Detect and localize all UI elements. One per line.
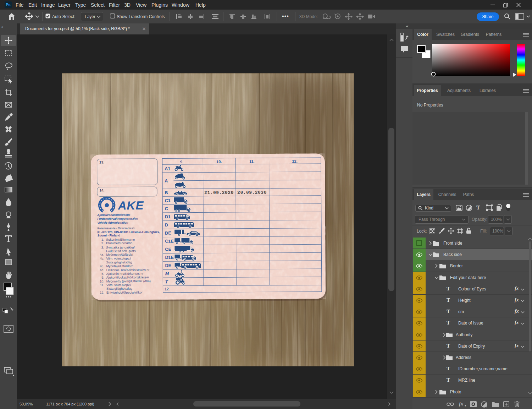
svg-text:D1E: D1E xyxy=(165,255,173,260)
svg-text:9.: 9. xyxy=(180,160,183,164)
svg-text:BE: BE xyxy=(165,231,171,236)
svg-text:12.: 12. xyxy=(100,291,104,294)
svg-text:9.: 9. xyxy=(101,276,104,279)
svg-text:M: M xyxy=(165,271,169,276)
svg-text:10.: 10. xyxy=(100,280,104,283)
svg-text:11.: 11. xyxy=(100,283,104,287)
svg-text:Hallinnoll. nro/Administrativt: Hallinnoll. nro/Administrativt nr xyxy=(106,268,150,272)
svg-text:21.09.2020: 21.09.2020 xyxy=(204,190,234,195)
svg-text:Ajokorttiluokat/Körkortsklasse: Ajokorttiluokat/Körkortsklasser xyxy=(106,276,149,279)
svg-text:Födelsetid och -plats: Födelsetid och -plats xyxy=(106,249,136,253)
svg-text:Vehicle Administration: Vehicle Administration xyxy=(97,221,128,224)
svg-text:A: A xyxy=(165,178,168,183)
svg-text:4d.: 4d. xyxy=(100,268,104,272)
svg-text:12.: 12. xyxy=(292,159,297,163)
svg-text:D: D xyxy=(165,223,168,228)
svg-text:Myönnetty/Utfärdat: Myönnetty/Utfärdat xyxy=(106,253,133,256)
svg-text:A1: A1 xyxy=(165,166,170,171)
svg-text:3.: 3. xyxy=(101,246,104,249)
svg-text:1.: 1. xyxy=(101,238,104,241)
svg-text:14.: 14. xyxy=(99,189,104,192)
svg-text:Suomi - Finland: Suomi - Finland xyxy=(98,234,121,237)
svg-text:13.: 13. xyxy=(99,160,104,164)
svg-text:2.: 2. xyxy=(101,241,104,245)
svg-text:DE: DE xyxy=(165,263,171,268)
svg-text:Erityisehdot/Specialvillkor: Erityisehdot/Specialvillkor xyxy=(106,291,143,295)
svg-text:12.: 12. xyxy=(165,287,170,291)
svg-text:B: B xyxy=(165,190,168,195)
svg-text:4a.: 4a. xyxy=(100,253,104,256)
svg-text:Sista giltighetsdag: Sista giltighetsdag xyxy=(106,287,132,290)
svg-text:5.: 5. xyxy=(101,272,104,276)
svg-text:4b.: 4b. xyxy=(100,257,104,260)
svg-text:CE: CE xyxy=(165,247,171,252)
svg-text:Viim. voim.olopv./: Viim. voim.olopv./ xyxy=(106,283,131,287)
svg-text:Synt.aika ja -paikka/: Synt.aika ja -paikka/ xyxy=(106,246,135,249)
svg-text:11.: 11. xyxy=(249,159,255,164)
svg-text:20.09.2030: 20.09.2030 xyxy=(237,190,267,195)
svg-text:C: C xyxy=(165,206,168,211)
svg-text:C1: C1 xyxy=(165,198,171,203)
svg-text:AKE: AKE xyxy=(118,199,144,212)
svg-text:4c.: 4c. xyxy=(100,265,104,268)
svg-text:Etunimet/Förnamn: Etunimet/Förnamn xyxy=(106,241,132,245)
svg-text:10.: 10. xyxy=(216,159,222,164)
svg-text:Myönnetty (pvm)/Utfärdat (dtm): Myönnetty (pvm)/Utfärdat (dtm) xyxy=(106,279,151,283)
svg-text:Fordonsförvaltningscentralen: Fordonsförvaltningscentralen xyxy=(97,217,138,221)
svg-text:Ajokortin nro/Körkortets nr: Ajokortin nro/Körkortets nr xyxy=(106,272,144,276)
svg-text:Viim. voim.olopv./: Viim. voim.olopv./ xyxy=(106,257,131,260)
svg-text:Palautusosoite - Retursadress:: Palautusosoite - Retursadress: xyxy=(97,227,135,230)
svg-text:Sukunimi/Efternamn: Sukunimi/Efternamn xyxy=(106,238,135,241)
svg-text:Myöntäjä/Utfärdare: Myöntäjä/Utfärdare xyxy=(106,264,134,268)
svg-text:Sista giltighetsdag: Sista giltighetsdag xyxy=(106,261,132,264)
svg-text:D1: D1 xyxy=(165,214,171,219)
svg-text:Ajoneuvohallintokeskus: Ajoneuvohallintokeskus xyxy=(97,213,131,217)
svg-text:C1E: C1E xyxy=(165,239,173,244)
